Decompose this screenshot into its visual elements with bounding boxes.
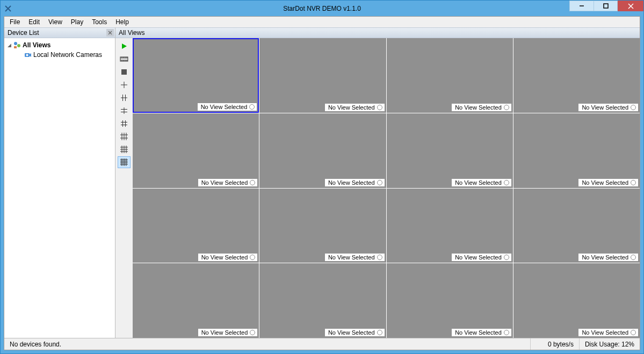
view-cell-label: No View Selected	[452, 329, 511, 336]
view-cell[interactable]: No View Selected	[387, 38, 513, 113]
tree-root-all-views[interactable]: ◢ All Views	[6, 40, 113, 50]
stop-button[interactable]	[118, 66, 131, 78]
view-cell-text: No View Selected	[455, 329, 502, 336]
view-cell-label: No View Selected	[452, 104, 511, 111]
camera-icon	[24, 50, 32, 59]
views-title: All Views	[119, 29, 144, 37]
minimize-button[interactable]	[569, 1, 594, 11]
view-cell-text: No View Selected	[455, 179, 502, 186]
svg-point-3	[17, 44, 20, 47]
device-list-header: Device List	[4, 27, 115, 38]
view-cell[interactable]: No View Selected	[387, 113, 513, 188]
filmstrip-button[interactable]	[118, 53, 131, 65]
panel-close-button[interactable]	[106, 29, 114, 37]
view-cell[interactable]: No View Selected	[387, 263, 513, 338]
view-cell-label: No View Selected	[325, 254, 385, 261]
view-cell-label: No View Selected	[198, 329, 258, 336]
menu-help[interactable]: Help	[111, 17, 133, 27]
status-circle-icon	[504, 255, 509, 260]
grid-3x2-button[interactable]	[118, 118, 131, 129]
device-tree[interactable]: ◢ All Views Local Network Cameras	[4, 38, 115, 338]
menu-edit[interactable]: Edit	[24, 17, 44, 27]
view-cell[interactable]: No View Selected	[259, 38, 386, 113]
view-cell[interactable]: No View Selected	[513, 38, 640, 113]
view-cell[interactable]: No View Selected	[133, 113, 259, 188]
view-cell-label: No View Selected	[198, 103, 257, 111]
grid-1x1-button[interactable]	[118, 79, 131, 91]
grid-4x3-button[interactable]	[118, 143, 131, 155]
menu-file[interactable]: File	[5, 17, 24, 27]
view-cell-label: No View Selected	[578, 254, 638, 261]
play-button[interactable]	[118, 40, 131, 52]
svg-rect-4	[14, 46, 17, 48]
client-area: File Edit View Play Tools Help Device Li…	[4, 16, 640, 350]
grid-2x1-button[interactable]	[118, 92, 131, 104]
view-cell[interactable]: No View Selected	[133, 263, 259, 338]
view-cell[interactable]: No View Selected	[513, 263, 640, 338]
status-rate: 0 bytes/s	[531, 338, 579, 350]
view-cell-text: No View Selected	[201, 329, 248, 336]
status-circle-icon	[250, 330, 255, 335]
view-cell[interactable]: No View Selected	[387, 189, 513, 263]
view-cell[interactable]: No View Selected	[259, 189, 386, 263]
status-circle-icon	[631, 255, 636, 260]
app-icon	[4, 4, 12, 13]
close-button[interactable]	[618, 1, 643, 11]
view-cell-text: No View Selected	[201, 179, 248, 186]
status-circle-icon	[631, 330, 636, 335]
view-cell-text: No View Selected	[328, 179, 375, 186]
app-window: StarDot NVR DEMO v1.1.0 File Edit View P…	[0, 0, 644, 354]
window-buttons	[569, 1, 643, 11]
svg-rect-18	[121, 69, 127, 75]
device-list-panel: Device List ◢ All Views	[4, 27, 115, 338]
views-header: All Views	[115, 27, 640, 38]
view-cell-text: No View Selected	[201, 104, 248, 110]
status-circle-icon	[250, 180, 255, 185]
view-cell-label: No View Selected	[198, 254, 258, 261]
svg-point-2	[14, 42, 17, 45]
status-circle-icon	[631, 105, 636, 110]
view-cell-text: No View Selected	[455, 254, 502, 261]
view-cell[interactable]: No View Selected	[133, 189, 259, 263]
status-circle-icon	[377, 255, 382, 260]
window-title: StarDot NVR DEMO v1.1.0	[1, 5, 643, 12]
tree-child-label: Local Network Cameras	[33, 51, 102, 59]
tree-child-local-cameras[interactable]: Local Network Cameras	[6, 50, 113, 60]
status-circle-icon	[504, 180, 509, 185]
layout-toolbar	[115, 38, 133, 338]
menu-tools[interactable]: Tools	[88, 17, 111, 27]
menu-play[interactable]: Play	[67, 17, 88, 27]
view-cell-label: No View Selected	[578, 179, 638, 186]
grid-4x4-button[interactable]	[118, 156, 131, 168]
maximize-button[interactable]	[594, 1, 618, 11]
grid-2x2-button[interactable]	[118, 105, 131, 117]
status-circle-icon	[377, 330, 382, 335]
grid-3x3-button[interactable]	[118, 131, 131, 142]
view-cell-text: No View Selected	[328, 329, 375, 336]
view-cell-text: No View Selected	[582, 179, 628, 186]
status-circle-icon	[504, 330, 509, 335]
view-cell-label: No View Selected	[325, 104, 385, 111]
status-circle-icon	[504, 105, 509, 110]
view-cell[interactable]: No View Selected	[259, 113, 386, 188]
statusbar: No devices found. 0 bytes/s Disk Usage: …	[4, 338, 640, 350]
svg-point-6	[26, 54, 28, 56]
menu-view[interactable]: View	[44, 17, 67, 27]
view-cell[interactable]: No View Selected	[133, 38, 259, 113]
tree-expander-icon[interactable]: ◢	[6, 42, 12, 48]
view-cell-text: No View Selected	[455, 104, 502, 111]
view-cell-label: No View Selected	[578, 104, 638, 111]
view-cell-text: No View Selected	[201, 254, 248, 261]
view-cell-label: No View Selected	[198, 179, 258, 186]
tree-root-label: All Views	[23, 41, 50, 49]
view-cell-label: No View Selected	[578, 329, 638, 336]
status-message: No devices found.	[4, 338, 530, 350]
view-cell-text: No View Selected	[582, 329, 628, 336]
status-circle-icon	[249, 104, 255, 110]
view-cell[interactable]: No View Selected	[259, 263, 386, 338]
view-cell[interactable]: No View Selected	[513, 113, 640, 188]
view-cell-text: No View Selected	[582, 254, 628, 261]
view-cell-text: No View Selected	[328, 254, 375, 261]
view-cell[interactable]: No View Selected	[513, 189, 640, 263]
titlebar[interactable]: StarDot NVR DEMO v1.1.0	[1, 1, 643, 16]
